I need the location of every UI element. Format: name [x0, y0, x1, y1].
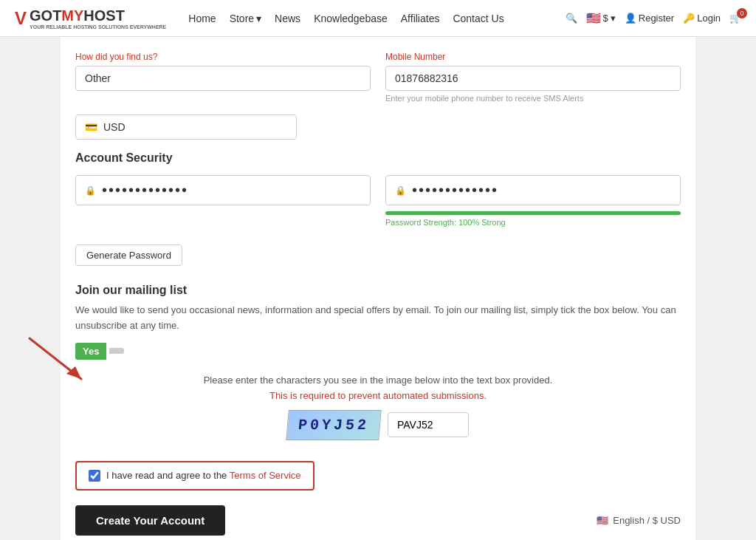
logo-text: GOTMYHOST	[30, 7, 166, 24]
register-icon: 👤	[625, 13, 636, 24]
find-mobile-row: How did you find us? Mobile Number Enter…	[75, 52, 681, 103]
mailing-toggle[interactable]: Yes	[75, 343, 681, 360]
toggle-no[interactable]	[109, 348, 124, 354]
currency-field[interactable]: 💳 USD	[75, 115, 297, 140]
cart-badge: 0	[737, 8, 747, 18]
logo-v-icon: V	[15, 8, 27, 29]
register-link[interactable]: 👤 Register	[625, 13, 674, 24]
nav-actions: 🔍 🇺🇸 $ ▾ 👤 Register 🔑 Login 🛒 0	[566, 11, 741, 25]
terms-checkbox[interactable]	[89, 470, 100, 482]
logo-subtitle: YOUR RELIABLE HOSTING SOLUTIONS EVERYWHE…	[30, 24, 166, 30]
lock-icon: 🔒	[85, 185, 96, 196]
nav-contact[interactable]: Contact Us	[453, 13, 504, 24]
password-left-col: 🔒 •••••••••••••	[75, 175, 371, 227]
strength-bar	[385, 211, 681, 215]
chevron-currency-icon: ▾	[611, 13, 616, 24]
password-confirm-wrap[interactable]: 🔒 •••••••••••••	[385, 175, 681, 205]
security-title: Account Security	[75, 151, 681, 165]
password-row: 🔒 ••••••••••••• 🔒 ••••••••••••• Password…	[75, 175, 681, 227]
find-us-col: How did you find us?	[75, 52, 371, 103]
login-link-nav[interactable]: 🔑 Login	[683, 13, 721, 24]
captcha-row: P0YJ52	[75, 410, 681, 440]
create-account-button[interactable]: Create Your Account	[75, 505, 225, 536]
nav-store[interactable]: Store ▾	[230, 13, 261, 24]
find-us-input[interactable]	[75, 66, 371, 91]
cart-button[interactable]: 🛒 0	[729, 13, 741, 24]
mobile-col: Mobile Number Enter your mobile phone nu…	[385, 52, 681, 103]
password-confirm-dots: •••••••••••••	[412, 182, 498, 199]
flag-currency[interactable]: 🇺🇸 $ ▾	[586, 11, 616, 25]
chevron-down-icon: ▾	[256, 13, 261, 24]
captcha-required-text: This is required to prevent automated su…	[75, 390, 681, 401]
lock-icon-2: 🔒	[395, 185, 406, 196]
nav-knowledgebase[interactable]: Knowledgebase	[314, 13, 388, 24]
nav-home[interactable]: Home	[188, 13, 216, 24]
nav-news[interactable]: News	[275, 13, 300, 24]
captcha-input[interactable]	[388, 412, 469, 437]
mailing-desc: We would like to send you occasional new…	[75, 303, 681, 334]
find-us-label: How did you find us?	[75, 52, 371, 62]
terms-box: I have read and agree to the Terms of Se…	[75, 461, 315, 491]
locale-text: English / $ USD	[613, 515, 681, 526]
currency-label: $	[603, 13, 608, 24]
locale-flag-icon: 🇺🇸	[597, 515, 608, 526]
mobile-label: Mobile Number	[385, 52, 681, 62]
mobile-hint: Enter your mobile phone number to receiv…	[385, 94, 681, 103]
currency-icon: 💳	[85, 121, 97, 133]
currency-col: 💳 USD	[75, 115, 297, 140]
mailing-title: Join our mailing list	[75, 284, 681, 297]
mailing-section: Join our mailing list We would like to s…	[75, 284, 681, 360]
password-input-wrap[interactable]: 🔒 •••••••••••••	[75, 175, 371, 205]
account-security-section: Account Security 🔒 ••••••••••••• 🔒 •••••…	[75, 151, 681, 266]
captcha-section: Please enter the characters you see in t…	[75, 375, 681, 440]
strength-bar-section: Password Strength: 100% Strong	[385, 211, 681, 227]
flag-icon: 🇺🇸	[586, 11, 601, 25]
bottom-row: Create Your Account 🇺🇸 English / $ USD	[75, 505, 681, 536]
navbar: V GOTMYHOST YOUR RELIABLE HOSTING SOLUTI…	[0, 0, 756, 37]
logo[interactable]: V GOTMYHOST YOUR RELIABLE HOSTING SOLUTI…	[15, 7, 166, 30]
nav-links: Home Store ▾ News Knowledgebase Affiliat…	[188, 13, 550, 24]
page-content: How did you find us? Mobile Number Enter…	[61, 37, 695, 540]
password-dots: •••••••••••••	[102, 182, 188, 199]
strength-text: Password Strength: 100% Strong	[385, 218, 681, 227]
nav-affiliates[interactable]: Affiliates	[401, 13, 440, 24]
currency-row: 💳 USD	[75, 115, 681, 140]
search-icon[interactable]: 🔍	[566, 13, 577, 24]
terms-of-service-link[interactable]: Terms of Service	[230, 470, 301, 481]
password-right-col: 🔒 ••••••••••••• Password Strength: 100% …	[385, 175, 681, 227]
captcha-image: P0YJ52	[286, 410, 382, 440]
mobile-input[interactable]	[385, 66, 681, 91]
terms-label: I have read and agree to the Terms of Se…	[106, 470, 301, 481]
toggle-yes[interactable]: Yes	[75, 343, 106, 360]
generate-password-button[interactable]: Generate Password	[75, 245, 182, 266]
locale-info: 🇺🇸 English / $ USD	[597, 515, 681, 526]
currency-text: USD	[103, 121, 126, 133]
captcha-intro-text: Please enter the characters you see in t…	[75, 375, 681, 386]
login-icon: 🔑	[683, 13, 695, 24]
terms-section: I have read and agree to the Terms of Se…	[75, 452, 681, 505]
